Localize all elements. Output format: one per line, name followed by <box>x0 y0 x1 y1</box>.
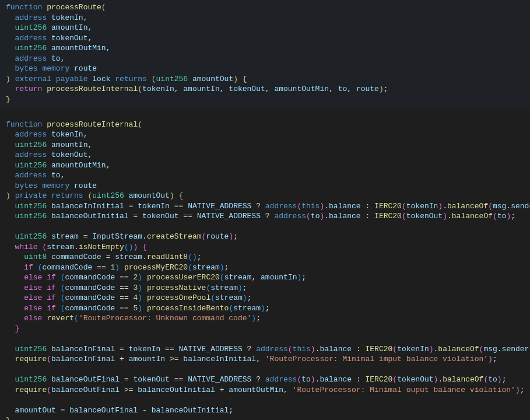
string-literal: 'RouteProcessor: Unknown command code' <box>79 314 251 323</box>
return-var: amountOut <box>192 75 233 83</box>
function-call: processRouteInternal <box>47 85 138 93</box>
function-name: processRoute <box>47 3 101 12</box>
var-balanceOutFinal: balanceOutFinal <box>51 375 120 384</box>
string-literal: 'RouteProcessor: Minimal imput balance v… <box>265 355 488 363</box>
type-address: address <box>15 13 47 22</box>
keyword-while: while <box>15 243 38 251</box>
var-commandCode: commandCode <box>51 253 101 261</box>
keyword-function: function <box>6 120 42 129</box>
keyword-returns: returns <box>115 75 147 83</box>
type-uint256: uint256 <box>15 44 47 52</box>
param: route <box>74 64 97 73</box>
type-uint256: uint256 <box>15 23 47 32</box>
type-uint256: uint256 <box>156 75 188 83</box>
code-block-processRouteInternal: function processRouteInternal( address t… <box>0 107 530 420</box>
modifier-lock: lock <box>92 75 110 83</box>
type-uint8: uint8 <box>24 253 47 261</box>
keyword-private: private <box>15 191 47 200</box>
type-address: address <box>15 34 47 43</box>
require-call: require <box>15 355 47 363</box>
keyword-function: function <box>6 3 42 12</box>
param: amountIn <box>51 23 87 32</box>
keyword-return: return <box>15 85 43 93</box>
keyword-if: if <box>24 263 33 272</box>
revert-call: revert <box>47 314 74 323</box>
const-native-address: NATIVE_ADDRESS <box>188 202 251 211</box>
keyword-this: this <box>301 202 320 211</box>
type-address: address <box>15 54 47 63</box>
keyword-memory: memory <box>42 64 69 73</box>
var-balanceOutInitial: balanceOutInitial <box>51 212 129 220</box>
var-balanceInFinal: balanceInFinal <box>51 345 115 354</box>
keyword-external: external <box>15 75 51 83</box>
keyword-payable: payable <box>56 75 88 83</box>
param: tokenIn <box>51 13 83 22</box>
var-balanceInInitial: balanceInInitial <box>51 202 124 211</box>
type-bytes: bytes <box>15 64 38 73</box>
param: tokenOut <box>51 34 87 43</box>
keyword-else: else <box>24 273 42 282</box>
param: to <box>51 54 61 63</box>
function-name: processRouteInternal <box>47 120 138 129</box>
string-literal: 'RouteProcessor: Minimal ouput balance v… <box>293 386 515 394</box>
param: amountOutMin <box>51 44 106 52</box>
var-stream: stream <box>51 232 79 241</box>
code-block-processRoute: function processRoute( address tokenIn, … <box>0 0 530 107</box>
